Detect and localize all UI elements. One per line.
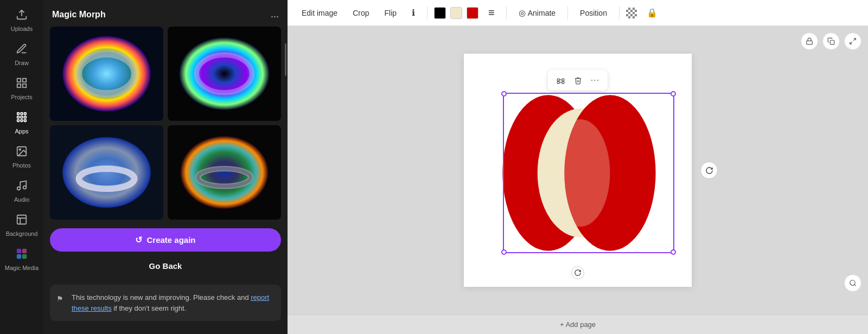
image-grid — [43, 27, 288, 226]
upload-icon — [16, 9, 28, 23]
panel-menu-button[interactable]: ... — [271, 9, 279, 20]
svg-point-35 — [180, 136, 269, 209]
apps-icon — [16, 111, 28, 126]
svg-rect-1 — [17, 79, 21, 82]
rotate-handle-bottom[interactable] — [571, 266, 584, 279]
flip-button[interactable]: Flip — [379, 7, 403, 20]
sidebar-item-audio[interactable]: Audio — [2, 175, 41, 207]
morph-result-1[interactable] — [50, 27, 163, 121]
transparency-icon[interactable] — [626, 8, 637, 18]
canvas-wrapper: ··· — [288, 26, 868, 314]
canvas-top-right-controls — [801, 33, 861, 50]
rotate-handle-right[interactable] — [700, 162, 718, 179]
copy-canvas-button[interactable] — [822, 33, 840, 50]
morph-result-4[interactable] — [168, 125, 281, 220]
info-button[interactable]: ℹ — [406, 5, 420, 20]
toolbar-divider-4 — [619, 7, 620, 20]
flag-icon: ⚑ — [56, 293, 63, 305]
sidebar-item-label: Uploads — [11, 25, 33, 32]
sidebar-item-label: Audio — [14, 196, 29, 203]
edit-image-button[interactable]: Edit image — [296, 7, 343, 20]
svg-rect-12 — [21, 120, 23, 122]
svg-rect-18 — [17, 215, 27, 224]
draw-icon — [16, 43, 28, 57]
animate-icon: ◎ — [519, 8, 526, 18]
zoom-button[interactable] — [844, 274, 861, 292]
sidebar-item-draw[interactable]: Draw — [2, 38, 41, 70]
sidebar-item-label: Apps — [15, 128, 28, 134]
design-canvas: ··· — [464, 54, 692, 287]
lines-button[interactable]: ≡ — [483, 4, 500, 21]
color-swatch-black[interactable] — [434, 7, 446, 19]
morph-result-3[interactable] — [50, 125, 163, 220]
add-page-label: + Add page — [560, 320, 596, 329]
svg-point-17 — [23, 186, 27, 189]
svg-rect-20 — [22, 249, 27, 253]
animate-label: Animate — [528, 9, 556, 17]
add-page-bar[interactable]: + Add page — [288, 314, 868, 334]
svg-point-52 — [850, 280, 855, 285]
notice-box: ⚑ This technology is new and improving. … — [50, 285, 281, 321]
svg-point-28 — [179, 37, 270, 111]
expand-canvas-button[interactable] — [844, 33, 861, 50]
svg-line-41 — [850, 42, 852, 44]
create-again-button[interactable]: ↺ Create again — [50, 228, 281, 252]
animate-button[interactable]: ◎ Animate — [513, 6, 561, 20]
color-swatch-cream[interactable] — [450, 7, 462, 19]
toolbar-divider-2 — [506, 7, 507, 20]
create-again-label: Create again — [146, 235, 195, 245]
sidebar-item-apps[interactable]: Apps — [2, 107, 41, 139]
svg-rect-4 — [17, 84, 21, 87]
go-back-label: Go Back — [149, 261, 182, 271]
sidebar-item-label: Projects — [11, 94, 33, 100]
svg-rect-22 — [22, 254, 27, 259]
svg-point-16 — [17, 187, 21, 190]
go-back-button[interactable]: Go Back — [50, 256, 281, 276]
toolbar-divider-3 — [567, 7, 568, 20]
magic-morph-panel: Magic Morph ... — [43, 0, 288, 334]
refresh-icon: ↺ — [135, 235, 142, 245]
background-icon — [16, 214, 28, 228]
svg-rect-39 — [830, 40, 834, 44]
main-area: Edit image Crop Flip ℹ ≡ ◎ Animate Posit… — [288, 0, 868, 334]
svg-rect-5 — [17, 113, 20, 115]
sidebar-item-label: Draw — [15, 60, 29, 66]
notice-text-before: This technology is new and improving. Pl… — [72, 293, 251, 301]
svg-point-31 — [62, 137, 151, 208]
projects-icon — [16, 77, 28, 92]
svg-line-40 — [853, 38, 856, 41]
panel-scrollbar[interactable] — [285, 43, 286, 76]
color-swatch-red[interactable] — [467, 7, 478, 19]
svg-rect-38 — [807, 41, 813, 44]
sidebar-item-label: Background — [6, 230, 38, 237]
svg-rect-9 — [21, 116, 23, 118]
svg-rect-2 — [23, 79, 26, 82]
morph-result-2[interactable] — [168, 27, 281, 121]
sidebar-item-photos[interactable]: Photos — [2, 141, 41, 173]
canvas-content — [465, 55, 691, 286]
sidebar-item-magic-media[interactable]: Magic Media — [2, 243, 41, 275]
svg-rect-3 — [23, 84, 26, 87]
audio-icon — [16, 179, 28, 194]
svg-rect-13 — [24, 120, 27, 122]
panel-header: Magic Morph ... — [43, 0, 288, 27]
toolbar-divider-1 — [427, 7, 427, 20]
sidebar: Uploads Draw Projects — [0, 0, 43, 334]
crop-button[interactable]: Crop — [347, 7, 374, 20]
sidebar-item-uploads[interactable]: Uploads — [2, 4, 41, 36]
svg-rect-11 — [17, 120, 20, 122]
notice-text-after: if they don't seem right. — [112, 304, 187, 312]
svg-rect-10 — [24, 116, 27, 118]
position-button[interactable]: Position — [575, 7, 612, 20]
sidebar-item-label: Photos — [12, 162, 31, 169]
svg-rect-7 — [24, 113, 27, 115]
panel-title: Magic Morph — [52, 10, 106, 20]
sidebar-item-projects[interactable]: Projects — [2, 73, 41, 105]
svg-point-51 — [551, 119, 610, 227]
lock-canvas-button[interactable] — [801, 33, 818, 50]
lock-toolbar-button[interactable]: 🔒 — [641, 5, 663, 20]
svg-point-15 — [19, 149, 21, 150]
sidebar-item-background[interactable]: Background — [2, 209, 41, 241]
svg-rect-6 — [21, 113, 23, 115]
magic-media-icon — [16, 248, 28, 262]
